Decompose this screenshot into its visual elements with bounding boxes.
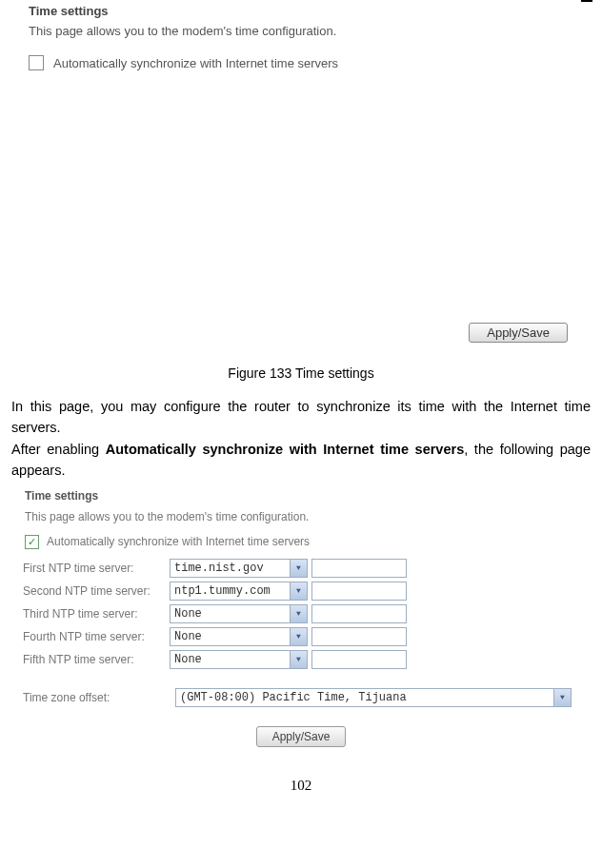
ntp-row-4: Fourth NTP time server: None ▼: [23, 627, 579, 646]
auto-sync-checkbox[interactable]: [29, 55, 44, 70]
auto-sync-label-2: Automatically synchronize with Internet …: [47, 535, 310, 548]
timezone-row: Time zone offset: (GMT-08:00) Pacific Ti…: [15, 681, 587, 717]
ntp-row-3: Third NTP time server: None ▼: [23, 604, 579, 623]
ntp-text-5[interactable]: [311, 650, 407, 669]
figure-time-settings-checked: Time settings This page allows you to th…: [15, 485, 587, 753]
chevron-down-icon: ▼: [290, 605, 307, 622]
ntp-text-1[interactable]: [311, 559, 407, 578]
ntp-label-1: First NTP time server:: [23, 562, 166, 575]
body-paragraph-1: In this page, you may configure the rout…: [10, 396, 592, 439]
ntp-row-1: First NTP time server: time.nist.gov ▼: [23, 559, 579, 578]
ntp-select-4-value: None: [174, 630, 202, 643]
ntp-select-4[interactable]: None ▼: [170, 627, 308, 646]
panel-description: This page allows you to the modem's time…: [19, 24, 581, 49]
page-number: 102: [10, 753, 592, 803]
panel-description-2: This page allows you to the modem's time…: [15, 510, 587, 533]
ntp-row-2: Second NTP time server: ntp1.tummy.com ▼: [23, 582, 579, 601]
chevron-down-icon: ▼: [290, 582, 307, 600]
timezone-label: Time zone offset:: [23, 691, 171, 704]
ntp-select-3[interactable]: None ▼: [170, 604, 308, 623]
ntp-select-2-value: ntp1.tummy.com: [174, 584, 271, 598]
ntp-select-1-value: time.nist.gov: [174, 562, 264, 575]
ntp-label-4: Fourth NTP time server:: [23, 630, 166, 643]
timezone-select[interactable]: (GMT-08:00) Pacific Time, Tijuana ▼: [175, 688, 572, 707]
panel-title: Time settings: [19, 0, 581, 24]
ntp-select-2[interactable]: ntp1.tummy.com ▼: [170, 582, 308, 601]
chevron-down-icon: ▼: [290, 628, 307, 645]
chevron-down-icon: ▼: [290, 651, 307, 668]
ntp-text-4[interactable]: [311, 627, 407, 646]
ntp-label-3: Third NTP time server:: [23, 607, 166, 621]
ntp-text-2[interactable]: [311, 582, 407, 601]
figure-time-settings-unchecked: Time settings This page allows you to th…: [19, 0, 581, 343]
timezone-value: (GMT-08:00) Pacific Time, Tijuana: [180, 691, 407, 704]
ntp-label-5: Fifth NTP time server:: [23, 653, 166, 666]
apply-save-button-2[interactable]: Apply/Save: [256, 726, 347, 747]
ntp-row-5: Fifth NTP time server: None ▼: [23, 650, 579, 669]
auto-sync-checkbox-checked[interactable]: ✓: [25, 535, 39, 549]
ntp-select-3-value: None: [174, 607, 202, 621]
chevron-down-icon: ▼: [553, 689, 571, 706]
ntp-text-3[interactable]: [311, 604, 407, 623]
p2-bold: Automatically synchronize with Internet …: [106, 442, 464, 457]
auto-sync-label: Automatically synchronize with Internet …: [53, 56, 338, 70]
ntp-select-5-value: None: [174, 653, 202, 666]
panel-title-2: Time settings: [15, 485, 587, 510]
apply-save-button[interactable]: Apply/Save: [469, 323, 568, 343]
p2-a: After enabling: [11, 442, 106, 457]
body-paragraph-2: After enabling Automatically synchronize…: [10, 439, 592, 482]
figure-caption: Figure 133 Time settings: [10, 343, 592, 396]
ntp-select-1[interactable]: time.nist.gov ▼: [170, 559, 308, 578]
chevron-down-icon: ▼: [290, 560, 307, 577]
auto-sync-row: Automatically synchronize with Internet …: [19, 49, 581, 76]
auto-sync-row-2: ✓ Automatically synchronize with Interne…: [15, 533, 587, 559]
ntp-label-2: Second NTP time server:: [23, 584, 166, 598]
ntp-select-5[interactable]: None ▼: [170, 650, 308, 669]
ntp-servers-grid: First NTP time server: time.nist.gov ▼ S…: [15, 559, 587, 681]
